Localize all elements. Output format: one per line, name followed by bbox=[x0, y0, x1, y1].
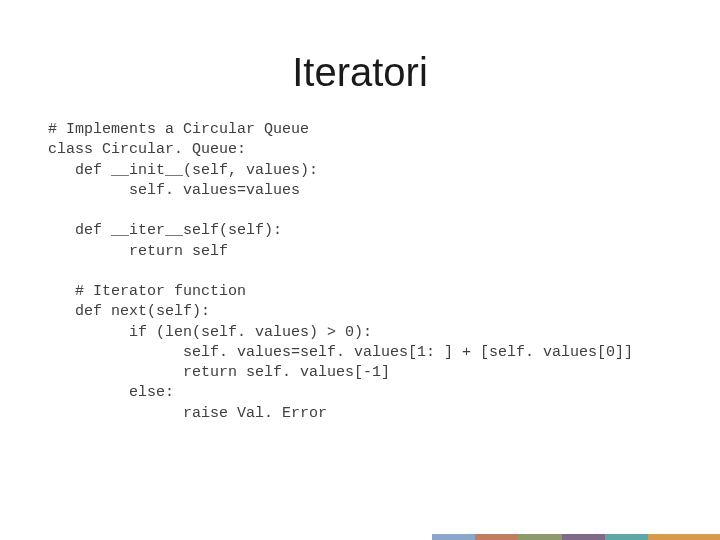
slide-title: Iteratori bbox=[0, 50, 720, 95]
code-block: # Implements a Circular Queue class Circ… bbox=[48, 120, 633, 424]
slide: Iteratori # Implements a Circular Queue … bbox=[0, 0, 720, 540]
bottom-color-stripe bbox=[0, 534, 720, 540]
